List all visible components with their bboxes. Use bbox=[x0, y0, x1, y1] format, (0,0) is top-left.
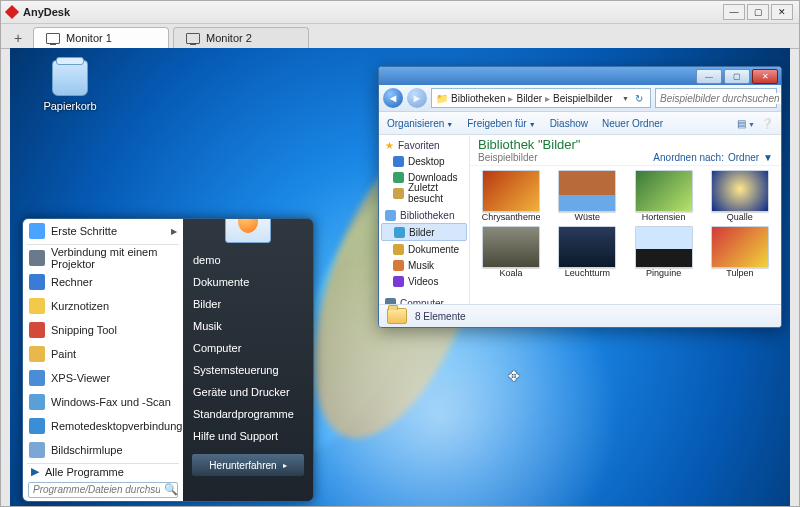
start-menu-item[interactable]: Rechner bbox=[23, 270, 183, 294]
explorer-body: ★Favoriten Desktop Downloads Zuletzt bes… bbox=[379, 133, 781, 305]
thumbnail-label: Wüste bbox=[575, 212, 601, 222]
start-menu-item[interactable]: Erste Schritte▶ bbox=[23, 219, 183, 243]
app-icon bbox=[29, 442, 45, 458]
thumbnail-item[interactable]: Hortensien bbox=[629, 170, 699, 222]
nav-back-button[interactable]: ◄ bbox=[383, 88, 403, 108]
start-menu-item-label: Erste Schritte bbox=[51, 225, 117, 237]
app-icon bbox=[29, 223, 45, 239]
explorer-close-button[interactable]: ✕ bbox=[752, 69, 778, 84]
start-menu-right-item[interactable]: Geräte und Drucker bbox=[183, 381, 313, 403]
start-menu-right-item[interactable]: Bilder bbox=[183, 293, 313, 315]
toolbar-new-folder[interactable]: Neuer Ordner bbox=[602, 118, 663, 129]
all-programs[interactable]: ▶ Alle Programme bbox=[23, 465, 183, 479]
documents-icon bbox=[393, 244, 404, 255]
help-icon[interactable]: ❔ bbox=[761, 118, 773, 129]
start-menu-right-item[interactable]: Computer bbox=[183, 337, 313, 359]
sidebar-item-desktop[interactable]: Desktop bbox=[379, 153, 469, 169]
tab-label: Monitor 1 bbox=[66, 32, 112, 44]
sidebar-item-videos[interactable]: Videos bbox=[379, 273, 469, 289]
start-search-input[interactable] bbox=[29, 484, 164, 495]
explorer-maximize-button[interactable]: ▢ bbox=[724, 69, 750, 84]
sidebar-item-documents[interactable]: Dokumente bbox=[379, 241, 469, 257]
star-icon: ★ bbox=[385, 140, 394, 151]
app-window: AnyDesk — ▢ ✕ + Monitor 1 Monitor 2 Papi… bbox=[0, 0, 800, 507]
user-avatar[interactable] bbox=[225, 218, 271, 243]
start-menu-item[interactable]: Windows-Fax und -Scan bbox=[23, 390, 183, 414]
sidebar-group-libraries[interactable]: Bibliotheken bbox=[379, 207, 469, 223]
minimize-button[interactable]: — bbox=[723, 4, 745, 20]
anydesk-logo-icon bbox=[5, 5, 19, 19]
sidebar-item-recent[interactable]: Zuletzt besucht bbox=[379, 185, 469, 201]
tab-monitor-2[interactable]: Monitor 2 bbox=[173, 27, 309, 48]
start-menu-item[interactable]: Verbindung mit einem Projektor bbox=[23, 246, 183, 270]
start-menu: Erste Schritte▶Verbindung mit einem Proj… bbox=[22, 218, 314, 502]
balloon-icon bbox=[238, 218, 258, 233]
toolbar-slideshow[interactable]: Diashow bbox=[550, 118, 588, 129]
explorer-titlebar[interactable]: — ▢ ✕ bbox=[379, 67, 781, 85]
start-menu-right-item[interactable]: Dokumente bbox=[183, 271, 313, 293]
thumbnail-item[interactable]: Pinguine bbox=[629, 226, 699, 278]
start-menu-right-item[interactable]: Hilfe und Support bbox=[183, 425, 313, 447]
start-menu-item-label: XPS-Viewer bbox=[51, 372, 110, 384]
thumbnail-label: Koala bbox=[500, 268, 523, 278]
start-menu-right-item[interactable]: demo bbox=[183, 249, 313, 271]
sidebar-item-pictures[interactable]: Bilder bbox=[381, 223, 467, 241]
downloads-icon bbox=[393, 172, 404, 183]
explorer-search[interactable]: 🔍 bbox=[655, 88, 777, 108]
thumbnail-item[interactable]: Chrysantheme bbox=[476, 170, 546, 222]
start-menu-left: Erste Schritte▶Verbindung mit einem Proj… bbox=[23, 219, 183, 501]
maximize-button[interactable]: ▢ bbox=[747, 4, 769, 20]
start-menu-item-label: Windows-Fax und -Scan bbox=[51, 396, 171, 408]
start-menu-item[interactable]: Bildschirmlupe bbox=[23, 438, 183, 462]
library-header: Bibliothek "Bilder" Beispielbilder Anord… bbox=[470, 133, 781, 166]
chevron-down-icon: ▼ bbox=[763, 152, 773, 163]
refresh-icon[interactable]: ↻ bbox=[632, 93, 646, 104]
start-menu-right-item[interactable]: Standardprogramme bbox=[183, 403, 313, 425]
nav-forward-button[interactable]: ► bbox=[407, 88, 427, 108]
app-title: AnyDesk bbox=[23, 6, 723, 18]
start-search[interactable]: 🔍 bbox=[28, 482, 178, 498]
chevron-right-icon[interactable]: ▸ bbox=[283, 461, 287, 470]
breadcrumb-item[interactable]: Bilder bbox=[516, 93, 542, 104]
new-tab-button[interactable]: + bbox=[7, 28, 29, 48]
explorer-search-input[interactable] bbox=[656, 93, 782, 104]
arrange-by[interactable]: Anordnen nach: Ordner▼ bbox=[653, 137, 773, 163]
thumbnail-item[interactable]: Tulpen bbox=[705, 226, 775, 278]
breadcrumb-item[interactable]: Beispielbilder bbox=[553, 93, 612, 104]
thumbnail-item[interactable]: Wüste bbox=[552, 170, 622, 222]
app-icon bbox=[29, 370, 45, 386]
start-menu-item[interactable]: Paint bbox=[23, 342, 183, 366]
shutdown-button[interactable]: Herunterfahren ▸ bbox=[191, 453, 305, 477]
address-bar[interactable]: 📁 Bibliotheken▸ Bilder▸ Beispielbilder ▼… bbox=[431, 88, 651, 108]
videos-icon bbox=[393, 276, 404, 287]
start-menu-item-label: Paint bbox=[51, 348, 76, 360]
toolbar-organize[interactable]: Organisieren▼ bbox=[387, 118, 453, 129]
start-menu-right-item[interactable]: Musik bbox=[183, 315, 313, 337]
thumbnail-item[interactable]: Leuchtturm bbox=[552, 226, 622, 278]
explorer-navbar: ◄ ► 📁 Bibliotheken▸ Bilder▸ Beispielbild… bbox=[379, 85, 781, 112]
explorer-main: Bibliothek "Bilder" Beispielbilder Anord… bbox=[470, 133, 781, 305]
start-menu-item[interactable]: XPS-Viewer bbox=[23, 366, 183, 390]
recent-icon bbox=[393, 188, 404, 199]
explorer-minimize-button[interactable]: — bbox=[696, 69, 722, 84]
sidebar-item-music[interactable]: Musik bbox=[379, 257, 469, 273]
start-menu-item[interactable]: Remotedesktopverbindung bbox=[23, 414, 183, 438]
start-menu-right-item[interactable]: Systemsteuerung bbox=[183, 359, 313, 381]
sidebar-group-favorites[interactable]: ★Favoriten bbox=[379, 137, 469, 153]
close-button[interactable]: ✕ bbox=[771, 4, 793, 20]
view-options-icon[interactable]: ▤▼ bbox=[737, 118, 755, 129]
tab-monitor-1[interactable]: Monitor 1 bbox=[33, 27, 169, 48]
chevron-down-icon[interactable]: ▼ bbox=[622, 95, 629, 102]
start-menu-item[interactable]: Kurznotizen bbox=[23, 294, 183, 318]
explorer-window[interactable]: — ▢ ✕ ◄ ► 📁 Bibliotheken▸ Bilder▸ Beispi… bbox=[378, 66, 782, 328]
remote-cursor-icon: ✥ bbox=[508, 368, 520, 384]
remote-desktop[interactable]: Papierkorb Erste Schritte▶Verbindung mit… bbox=[10, 48, 790, 506]
start-menu-item[interactable]: Snipping Tool bbox=[23, 318, 183, 342]
start-menu-right: demoDokumenteBilderMusikComputerSystemst… bbox=[183, 219, 313, 501]
libraries-icon bbox=[385, 210, 396, 221]
thumbnail-item[interactable]: Qualle bbox=[705, 170, 775, 222]
breadcrumb-item[interactable]: Bibliotheken bbox=[451, 93, 505, 104]
thumbnail-item[interactable]: Koala bbox=[476, 226, 546, 278]
desktop-icon-recycle-bin[interactable]: Papierkorb bbox=[42, 60, 98, 112]
toolbar-share[interactable]: Freigeben für▼ bbox=[467, 118, 535, 129]
